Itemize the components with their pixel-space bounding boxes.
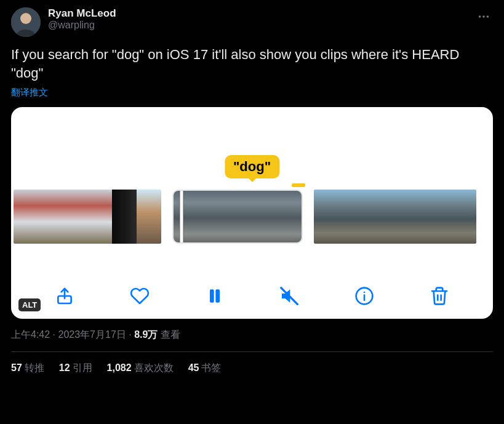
thumbnail — [449, 190, 476, 244]
speaker-muted-icon — [279, 286, 299, 306]
tweet-header: Ryan McLeod @warpling — [11, 7, 493, 37]
retweets-stat[interactable]: 57转推 — [11, 362, 44, 375]
trash-icon — [430, 286, 449, 306]
thumbnail — [422, 190, 449, 244]
thumbnail-strip[interactable] — [11, 190, 493, 244]
bookmarks-stat[interactable]: 45书签 — [188, 362, 222, 375]
thumbnail — [395, 190, 422, 244]
playhead[interactable] — [180, 190, 183, 244]
info-button[interactable] — [353, 284, 376, 308]
clip-group-3[interactable] — [314, 190, 476, 244]
tweet-stats: 57转推 12引用 1,082喜欢次数 45书签 — [11, 352, 493, 375]
thumbnail — [341, 190, 368, 244]
svg-rect-7 — [215, 290, 220, 303]
mute-button[interactable] — [278, 284, 301, 308]
share-icon — [55, 286, 74, 306]
thumbnail — [238, 191, 270, 244]
tweet-container: Ryan McLeod @warpling If you search for … — [0, 0, 504, 382]
media-controls — [11, 284, 493, 308]
alt-badge[interactable]: ALT — [18, 298, 41, 311]
media-card[interactable]: "dog" — [11, 107, 493, 319]
tweet-date[interactable]: 2023年7月17日 — [58, 329, 126, 340]
scrub-marker — [292, 183, 305, 187]
quotes-stat[interactable]: 12引用 — [59, 362, 92, 375]
thumbnail — [368, 190, 395, 244]
svg-point-11 — [364, 292, 366, 294]
thumbnail — [314, 190, 341, 244]
thumbnail — [63, 190, 87, 244]
thumbnail — [174, 191, 206, 244]
thumbnail — [38, 190, 63, 244]
author-handle[interactable]: @warpling — [48, 20, 116, 31]
more-button[interactable] — [474, 7, 493, 28]
views-count: 8.9万 — [134, 329, 158, 340]
svg-point-4 — [487, 15, 489, 18]
thumbnail — [14, 190, 38, 244]
more-icon — [477, 10, 490, 23]
pause-icon — [205, 286, 225, 306]
thumbnail — [270, 191, 302, 244]
share-button[interactable] — [53, 284, 76, 308]
display-name[interactable]: Ryan McLeod — [48, 7, 116, 20]
svg-point-1 — [20, 13, 31, 24]
svg-rect-6 — [210, 290, 214, 303]
search-tooltip: "dog" — [225, 155, 279, 178]
clip-group-2-active[interactable] — [172, 190, 303, 244]
pause-button[interactable] — [203, 284, 226, 308]
info-icon — [354, 286, 374, 306]
thumbnail — [137, 190, 161, 244]
delete-button[interactable] — [428, 284, 451, 308]
clip-group-1[interactable] — [14, 190, 161, 244]
svg-point-2 — [479, 15, 481, 18]
like-button[interactable] — [128, 284, 151, 308]
svg-point-3 — [482, 15, 485, 18]
heart-icon — [130, 286, 150, 306]
thumbnail — [112, 190, 137, 244]
thumbnail — [206, 191, 238, 244]
tweet-time[interactable]: 上午4:42 — [11, 329, 50, 340]
views-label: 查看 — [158, 329, 180, 340]
tweet-text: If you search for "dog" on iOS 17 it'll … — [11, 46, 493, 82]
avatar[interactable] — [11, 7, 41, 37]
thumbnail — [87, 190, 112, 244]
likes-stat[interactable]: 1,082喜欢次数 — [107, 362, 174, 375]
tooltip-tail — [247, 177, 257, 182]
translate-link[interactable]: 翻译推文 — [11, 87, 493, 98]
tweet-meta: 上午4:42 · 2023年7月17日 · 8.9万 查看 — [11, 329, 493, 342]
author-names: Ryan McLeod @warpling — [48, 7, 116, 31]
